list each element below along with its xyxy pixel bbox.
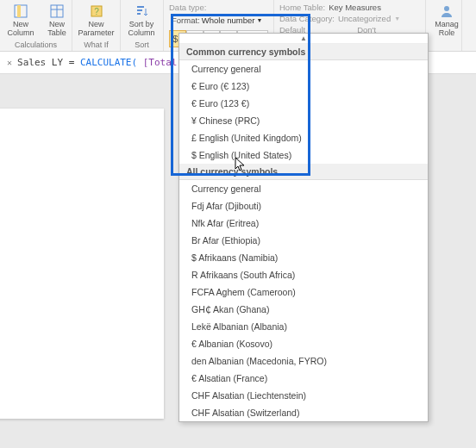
manage-roles-label: Manag Role <box>435 20 459 37</box>
currency-option[interactable]: ¥ Chinese (PRC) <box>179 112 428 129</box>
sort-icon <box>134 3 149 19</box>
data-category-label: Data Category: <box>279 14 335 23</box>
new-parameter-label: New Parameter <box>78 20 114 37</box>
currency-option[interactable]: Nfk Afar (Eritrea) <box>179 215 428 232</box>
currency-option[interactable]: CHF Alsatian (Liechtenstein) <box>179 387 428 404</box>
scroll-up-arrow[interactable]: ▲ <box>179 34 428 44</box>
group-whatif: ? New Parameter What If <box>72 0 121 51</box>
format-dropdown[interactable]: Format: Whole number ▼ <box>169 14 268 27</box>
cursor-icon <box>235 157 247 172</box>
report-page: wcasing Sales F <box>0 109 164 419</box>
svg-text:?: ? <box>94 7 99 16</box>
data-type-label: Data type: <box>169 3 206 12</box>
group-label-whatif: What If <box>78 40 115 49</box>
formula-function: CALCULATE( <box>80 57 137 68</box>
column-icon <box>13 3 28 19</box>
currency-option[interactable]: € Euro (€ 123) <box>179 78 428 95</box>
group-security: Manag Role <box>426 0 462 51</box>
new-parameter-button[interactable]: ? New Parameter <box>78 2 115 39</box>
currency-option[interactable]: Currency general <box>179 180 428 197</box>
new-column-label: New Column <box>7 20 34 37</box>
svg-point-7 <box>444 6 449 11</box>
dropdown-header-all: All currency symbols <box>179 164 428 180</box>
chevron-down-icon: ▼ <box>394 16 400 22</box>
currency-option[interactable]: den Albanian (Macedonia, FYRO) <box>179 352 428 370</box>
new-table-button[interactable]: New Table <box>41 2 72 39</box>
group-label-sort: Sort <box>126 40 158 49</box>
currency-option[interactable]: Fdj Afar (Djibouti) <box>179 197 428 215</box>
currency-option[interactable]: Br Afar (Ethiopia) <box>179 232 428 249</box>
home-table-value: Key Measures <box>329 3 381 12</box>
currency-option[interactable]: FCFA Aghem (Cameroon) <box>179 283 428 301</box>
parameter-icon: ? <box>89 3 104 19</box>
person-gear-icon <box>439 3 454 19</box>
currency-dropdown-panel: ▲ Common currency symbols Currency gener… <box>178 33 429 422</box>
currency-option[interactable]: $ Afrikaans (Namibia) <box>179 249 428 266</box>
home-table-label: Home Table: <box>279 3 325 12</box>
format-value: Whole number <box>202 16 255 25</box>
table-icon <box>49 3 65 19</box>
currency-option[interactable]: Currency general <box>179 60 428 78</box>
chevron-down-icon: ▼ <box>257 17 263 23</box>
data-category-value: Uncategorized <box>338 14 391 23</box>
new-column-button[interactable]: New Column <box>5 2 36 39</box>
new-table-label: New Table <box>47 20 66 37</box>
currency-option[interactable]: € Euro (123 €) <box>179 95 428 112</box>
close-icon[interactable]: ✕ <box>7 58 12 67</box>
currency-option[interactable]: CHF Alsatian (Switzerland) <box>179 404 428 421</box>
page-title: wcasing Sales F <box>0 152 164 174</box>
group-calculations: New Column New Table Calculations <box>0 0 72 51</box>
currency-icon: $ <box>172 34 178 44</box>
manage-roles-button[interactable]: Manag Role <box>431 2 462 39</box>
currency-option[interactable]: R Afrikaans (South Africa) <box>179 266 428 283</box>
currency-option[interactable]: $ English (United States) <box>179 146 428 164</box>
sort-label: Sort by Column <box>128 20 154 37</box>
currency-option[interactable]: £ English (United Kingdom) <box>179 129 428 146</box>
measure-name: Sales LY <box>17 57 63 68</box>
group-label-calculations: Calculations <box>5 40 66 49</box>
group-sort: Sort by Column Sort <box>121 0 164 51</box>
svg-rect-1 <box>17 5 21 17</box>
currency-option[interactable]: € Alsatian (France) <box>179 370 428 387</box>
format-label: Format: <box>172 16 200 25</box>
currency-option[interactable]: € Albanian (Kosovo) <box>179 335 428 352</box>
dropdown-header-common: Common currency symbols <box>179 44 428 60</box>
sort-by-column-button[interactable]: Sort by Column <box>126 2 157 39</box>
currency-option[interactable]: Lekë Albanian (Albania) <box>179 318 428 335</box>
currency-option[interactable]: GH₵ Akan (Ghana) <box>179 301 428 318</box>
